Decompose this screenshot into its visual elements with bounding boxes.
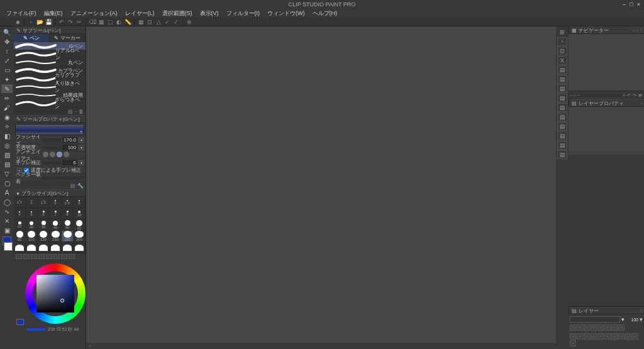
redo-icon[interactable]: ↷	[67, 18, 74, 26]
brush-size-value[interactable]: 170.0	[62, 137, 77, 143]
tool-auto-select[interactable]: ✦	[1, 75, 13, 84]
ruler-icon[interactable]: 📏	[124, 18, 131, 26]
canvas-area[interactable]: ▫	[86, 26, 556, 349]
brush-size-cell[interactable]: 80	[14, 231, 26, 242]
tool-pen[interactable]: ✎	[1, 84, 13, 93]
opacity-value[interactable]: 100	[62, 145, 77, 150]
clip-icon[interactable]: ⊡	[557, 47, 567, 55]
background-color-swatch[interactable]	[4, 242, 13, 251]
menu-window[interactable]: ウィンドウ(W)	[264, 9, 309, 18]
brush-size-cell[interactable]	[26, 242, 38, 253]
brush-size-cell[interactable]	[38, 242, 50, 253]
brush-size-cell[interactable]: 150	[50, 231, 62, 242]
layer-opacity-value[interactable]: 100	[626, 318, 638, 322]
layer-color-icon[interactable]: ▫	[618, 324, 625, 331]
tool-brush[interactable]: 🖌	[1, 103, 13, 112]
stabilize-dropdown-icon[interactable]: ▾	[79, 160, 84, 165]
menu-view[interactable]: 表示(V)	[196, 9, 223, 18]
blend-mode-dropdown[interactable]	[570, 316, 620, 323]
bs-tab-6[interactable]	[53, 254, 60, 259]
folder7-icon[interactable]: ▤	[557, 122, 567, 131]
vector-slider[interactable]	[42, 176, 84, 180]
brush-size-cell[interactable]: 2	[50, 197, 62, 208]
bs-tab-4[interactable]	[38, 254, 45, 259]
brush-size-cell[interactable]: 1	[26, 197, 38, 208]
layer-ruler-icon[interactable]: ▫	[611, 324, 618, 331]
tool-marquee[interactable]: ▭	[1, 65, 13, 74]
brush-size-cell[interactable]: 30	[38, 219, 50, 231]
brush-size-cell[interactable]: 2.5	[62, 197, 74, 208]
layer-btn-a-icon[interactable]: ▫	[632, 333, 638, 340]
opacity-dropdown-icon[interactable]: ▾	[79, 145, 84, 150]
tool-eyedropper[interactable]: ▣	[1, 226, 13, 235]
csp-logo-icon[interactable]: ◆	[14, 18, 21, 26]
tool-fill[interactable]: ▧	[1, 150, 13, 159]
select-all-icon[interactable]: ▦	[97, 18, 105, 26]
menu-help[interactable]: ヘルプ(H)	[309, 9, 341, 18]
layer-tab-icon[interactable]: ▫	[640, 308, 642, 314]
brush-size-cell[interactable]: 5	[26, 208, 38, 219]
grid-icon[interactable]: ▦	[137, 18, 145, 26]
new-icon[interactable]: ▫	[27, 18, 35, 26]
color-hue-bar[interactable]	[26, 328, 45, 331]
layer-lock-icon[interactable]: ▫	[570, 324, 576, 331]
menu-edit[interactable]: 編集(E)	[40, 9, 67, 18]
folder10-icon[interactable]: ▤	[557, 150, 567, 159]
layer-btn-b-icon[interactable]: ▫	[570, 340, 576, 346]
bs-tab-1[interactable]	[16, 254, 22, 259]
menu-animation[interactable]: アニメーション(A)	[67, 9, 121, 18]
open-icon[interactable]: 📂	[36, 18, 43, 26]
close-button[interactable]: ×	[637, 1, 640, 8]
tool-balloon[interactable]: ◯	[1, 197, 13, 206]
brush-size-cell[interactable]: 60	[74, 219, 86, 231]
download-icon[interactable]: X	[557, 56, 567, 65]
brush-size-cell[interactable]	[62, 242, 74, 253]
brush-size-cell[interactable]	[14, 242, 26, 253]
layerprop-header[interactable]: ▤ レイヤープロパティ ▫	[569, 99, 644, 107]
brush-size-cell[interactable]: 3	[74, 197, 86, 208]
toolprop-panel-header[interactable]: ✎ ツールプロパティ[Gペン]	[14, 115, 86, 123]
color-square[interactable]	[36, 275, 74, 313]
tool-pencil[interactable]: ✏	[1, 94, 13, 102]
brush-size-cell[interactable]: 180	[62, 231, 74, 242]
nav-flip-icon[interactable]: ⇄	[638, 93, 642, 98]
brush-size-cell[interactable]: 6	[38, 208, 50, 219]
toolprop-menu-icon[interactable]: ▤	[70, 183, 75, 189]
layer-ref-icon[interactable]: ▫	[591, 324, 597, 331]
brush-size-cell[interactable]: 7	[50, 208, 62, 219]
folder1-icon[interactable]: ▤	[557, 65, 567, 74]
brushsize-panel-header[interactable]: ● ブラシサイズ[Gペン]	[14, 189, 86, 197]
tool-eraser[interactable]: ◧	[1, 131, 13, 140]
pen-item-real-gpen[interactable]: リアルGペン	[14, 50, 86, 58]
layer-dup-icon[interactable]: ▫	[625, 333, 631, 340]
tool-blend[interactable]: ◎	[1, 141, 13, 150]
tool-magnify[interactable]: 🔍	[1, 28, 13, 36]
deselect-icon[interactable]: ▢	[106, 18, 114, 26]
nav-fit-icon[interactable]: ▫	[574, 93, 575, 97]
subtool-panel-header[interactable]: ✎ サブツール[ペン]	[14, 26, 86, 34]
brush-size-cell[interactable]: 0.7	[14, 197, 26, 208]
folder2-icon[interactable]: ▤	[557, 75, 567, 84]
layer-header[interactable]: ▤ レイヤー ▫	[569, 307, 644, 314]
bs-tab-7[interactable]	[61, 254, 67, 259]
brush-size-cell[interactable]	[74, 242, 86, 253]
tool-figure[interactable]: ▽	[1, 169, 13, 178]
invert-icon[interactable]: ◐	[115, 18, 123, 26]
brush-size-cell[interactable]: 1.5	[38, 197, 50, 208]
brush-size-slider[interactable]	[42, 138, 61, 142]
tool-move-layer[interactable]: ⤢	[1, 56, 13, 65]
brush-size-cell[interactable]: 15	[14, 219, 26, 231]
nav-zoom-slider[interactable]	[582, 94, 621, 97]
delete-icon[interactable]: ⌫	[89, 18, 96, 26]
nav-rotate-r-icon[interactable]: ↷	[633, 93, 636, 98]
perspective-icon[interactable]: △	[155, 18, 162, 26]
minimize-button[interactable]: –	[623, 1, 626, 8]
save-icon[interactable]: 💾	[45, 18, 52, 26]
tab-marker[interactable]: ✎ マーカー	[50, 34, 86, 42]
layer-merge-icon[interactable]: ▫	[591, 333, 597, 340]
check2-icon[interactable]: ✓	[172, 18, 180, 26]
tool-text[interactable]: A	[1, 188, 13, 197]
bs-tab-5[interactable]	[46, 254, 52, 259]
tool-operation[interactable]: ↕	[1, 47, 13, 55]
brush-size-cell[interactable]: 120	[38, 231, 50, 242]
